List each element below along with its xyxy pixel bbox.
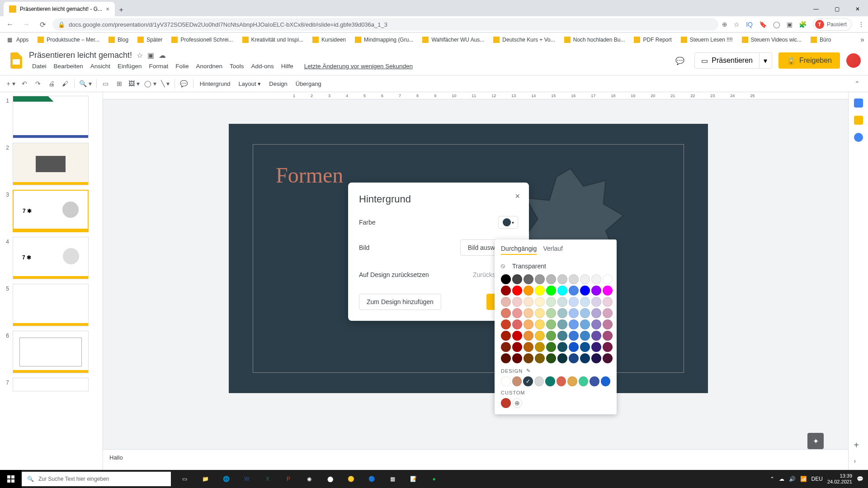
print-button[interactable]: 🖨 [45,78,58,89]
color-swatch[interactable] [524,353,533,363]
apps-button[interactable]: ▦Apps [4,34,32,45]
undo-button[interactable]: ↶ [18,78,31,89]
color-swatch[interactable] [546,342,556,352]
color-swatch[interactable] [603,297,613,307]
color-swatch[interactable] [569,297,579,307]
shape-tool[interactable]: ◯ ▾ [142,78,158,89]
bookmark-item[interactable]: Wahlfächer WU Aus... [419,34,488,45]
bookmark-item[interactable]: Blog [105,34,132,45]
color-swatch[interactable] [580,342,590,352]
doc-title[interactable]: Präsentieren leicht gemacht! [29,51,132,60]
color-swatch[interactable] [580,308,590,318]
powerpoint-icon[interactable]: P [278,470,298,488]
calendar-icon[interactable] [854,99,863,108]
addon-plus-icon[interactable]: + [854,440,863,449]
color-swatch[interactable] [501,274,511,284]
custom-color-swatch[interactable] [501,398,511,408]
color-swatch[interactable] [524,331,533,341]
back-button[interactable]: ← [4,18,16,31]
slide-thumb-5[interactable] [13,284,89,326]
color-swatch[interactable] [546,308,556,318]
color-swatch[interactable] [557,353,567,363]
color-swatch[interactable] [569,308,579,318]
profile-chip[interactable]: T Pausiert [813,18,852,31]
design-color-swatch[interactable] [567,376,577,386]
color-swatch[interactable] [580,297,590,307]
color-swatch[interactable] [603,286,613,296]
clock[interactable]: 13:39 24.02.2021 [827,473,852,485]
color-swatch[interactable] [501,286,511,296]
redo-button[interactable]: ↷ [32,78,44,89]
notepad-icon[interactable]: 📝 [403,470,423,488]
volume-icon[interactable]: 🔊 [789,476,796,482]
tab-solid[interactable]: Durchgängig [501,245,537,255]
color-swatch[interactable] [580,319,590,329]
edge-legacy-icon[interactable]: 🌐 [216,470,236,488]
color-swatch[interactable] [512,308,522,318]
slide-thumb-1[interactable] [13,96,89,138]
color-swatch[interactable] [557,286,567,296]
menu-format[interactable]: Format [146,62,171,70]
color-swatch[interactable] [603,308,613,318]
design-color-swatch[interactable] [545,376,555,386]
color-swatch[interactable] [603,319,613,329]
design-color-swatch[interactable] [501,376,511,386]
ext-icon-2[interactable]: 🔖 [759,21,767,28]
url-field[interactable]: 🔒 docs.google.com/presentation/d/1yV372S… [52,18,718,31]
color-swatch[interactable] [501,308,511,318]
last-edit-link[interactable]: Letzte Änderung vor wenigen Sekunden [301,62,416,70]
color-swatch[interactable] [546,319,556,329]
present-button[interactable]: ▭Präsentieren ▾ [694,52,772,69]
bookmark-item[interactable]: Kreativität und Inspi... [239,34,307,45]
color-swatch[interactable] [591,297,601,307]
color-swatch[interactable] [603,274,613,284]
maximize-button[interactable]: ▢ [826,2,847,16]
star-icon[interactable]: ☆ [137,51,143,60]
edge-icon[interactable]: 🔵 [362,470,382,488]
design-button[interactable]: Design [265,80,291,87]
notifications-icon[interactable]: 💬 [857,476,863,482]
color-swatch[interactable] [546,286,556,296]
move-icon[interactable]: ▣ [147,51,154,60]
speaker-notes[interactable]: Hallo [103,449,848,470]
color-swatch[interactable] [512,342,522,352]
user-avatar[interactable] [846,53,861,68]
forward-button[interactable]: → [20,18,33,31]
color-swatch[interactable] [512,286,522,296]
color-swatch[interactable] [501,353,511,363]
design-color-swatch[interactable] [601,376,611,386]
onedrive-icon[interactable]: ☁ [779,476,784,482]
color-swatch[interactable] [591,286,601,296]
taskbar-search[interactable]: 🔍 Zur Suche Text hier eingeben [22,472,171,486]
menu-tools[interactable]: Tools [226,62,247,70]
color-swatch[interactable] [524,297,533,307]
explore-button[interactable]: ✦ [807,433,824,449]
browser-tab[interactable]: Präsentieren leicht gemacht! - G... × [4,2,115,16]
color-swatch[interactable] [524,274,533,284]
menu-einfuegen[interactable]: Einfügen [114,62,145,70]
tab-gradient[interactable]: Verlauf [543,245,563,255]
color-swatch[interactable] [557,274,567,284]
design-color-swatch[interactable]: ✓ [523,376,533,386]
color-swatch[interactable] [535,274,545,284]
ext-icon-4[interactable]: ▣ [787,21,793,28]
design-color-swatch[interactable] [534,376,544,386]
color-swatch[interactable] [557,342,567,352]
color-swatch[interactable] [501,342,511,352]
design-color-swatch[interactable] [512,376,522,386]
color-swatch[interactable] [535,331,545,341]
collapse-toolbar-icon[interactable]: ⌃ [851,78,863,89]
excel-icon[interactable]: X [258,470,278,488]
color-swatch[interactable] [524,286,533,296]
color-swatch[interactable] [535,297,545,307]
chrome-icon[interactable]: 🟡 [341,470,361,488]
ext-icon-3[interactable]: ◯ [773,21,780,28]
color-swatch[interactable] [512,331,522,341]
color-swatch[interactable] [569,331,579,341]
new-slide-button[interactable]: + ▾ [5,78,17,89]
color-swatch[interactable] [591,319,601,329]
menu-bearbeiten[interactable]: Bearbeiten [51,62,86,70]
color-swatch[interactable] [512,353,522,363]
color-swatch[interactable] [546,274,556,284]
color-swatch[interactable] [569,319,579,329]
